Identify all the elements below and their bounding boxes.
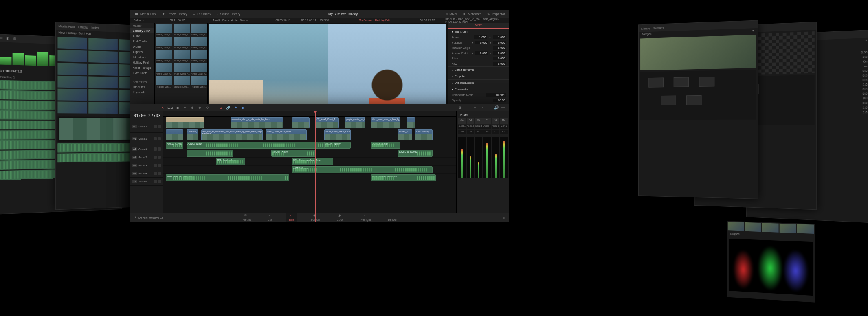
inspector-section-dynamic-zoom[interactable]: Dynamic Zoom (448, 80, 509, 86)
dynamic-trim-tool[interactable]: ◐ (175, 105, 180, 110)
bin-item[interactable]: Audio (130, 33, 154, 39)
mixer-channel-tab[interactable]: A1 (458, 118, 466, 124)
zoom-y-input[interactable]: 1.000 (493, 35, 506, 39)
media-clip[interactable]: Redflock_Land... (191, 76, 207, 88)
timeline-clip[interactable]: A00106_01.mov (324, 142, 351, 149)
bin-item[interactable]: Yacht Footage (130, 65, 154, 70)
timeline-clip[interactable]: A00103_01.mov (187, 142, 345, 149)
track-mute[interactable] (154, 180, 157, 183)
replace-tool[interactable]: ⟲ (204, 105, 209, 110)
insert-tool[interactable]: ⊕ (190, 105, 195, 110)
mixer-channel-tab[interactable]: M1 (500, 118, 508, 124)
track-mute[interactable] (154, 156, 157, 159)
link-toggle[interactable]: 🔗 (226, 105, 231, 110)
timeline-clip[interactable]: mountains_along_a_lake_aerial_by_Romo... (231, 117, 283, 128)
marker-button[interactable]: ◆ (240, 105, 245, 110)
zoom-slider[interactable]: ━ (472, 105, 477, 110)
timeline-clip[interactable] (407, 117, 415, 128)
page-media[interactable]: ⊞Media (240, 213, 254, 222)
pitch-input[interactable]: 0.000 (493, 57, 506, 60)
timeline-tracks[interactable]: mountains_along_a_lake_aerial_by_Romo...… (163, 111, 456, 222)
flag-button[interactable]: ⚑ (233, 105, 238, 110)
inspector-section-smart-reframe[interactable]: Smart Reframe (448, 67, 509, 73)
track-enable[interactable] (158, 125, 161, 128)
tab-inspector[interactable]: ✎Inspector (487, 12, 505, 16)
track-solo[interactable] (158, 156, 161, 159)
zoom-out-button[interactable]: − (465, 105, 470, 110)
media-clip[interactable]: Amalfi_Coast_A... (174, 37, 190, 49)
bin-item[interactable]: Extra Shots (130, 70, 154, 76)
rotation-input[interactable]: 0.000 (493, 46, 506, 50)
timeline-clip[interactable]: AA0113_01.mov (292, 166, 433, 173)
track-mute[interactable] (154, 147, 157, 151)
audio-track-header[interactable]: A2Audio 2 (130, 153, 163, 161)
dim-toggle[interactable]: ━━ (501, 105, 506, 110)
bin-item[interactable]: End Credits (130, 39, 154, 44)
page-color[interactable]: ◑Color (334, 213, 347, 222)
blade-tool[interactable]: ✂ (182, 105, 187, 110)
timeline-ruler[interactable] (163, 111, 456, 117)
media-clip[interactable]: Redflock_Land... (174, 76, 190, 88)
insp-tab-video[interactable]: Video (448, 23, 509, 29)
timeline-clip[interactable]: A00102_01.mov (166, 142, 183, 149)
smart-bin-item[interactable]: Keywords (130, 90, 154, 95)
mixer-channel-tab[interactable]: A3 (475, 118, 483, 124)
page-cut[interactable]: ✂Cut (264, 213, 275, 222)
media-clip[interactable]: Amalfi_Coast_A... (191, 63, 207, 75)
track-mute[interactable] (154, 172, 157, 175)
audio-track-header[interactable]: A3Audio 3 (130, 161, 163, 169)
timeline-clip[interactable]: Music Score for Trailer.mov (166, 174, 289, 181)
timeline-clip[interactable] (187, 150, 233, 157)
timeline-clip[interactable]: Music Score for Trailer.mov (371, 174, 435, 181)
inspector-section-composite[interactable]: Composite (448, 86, 509, 92)
timeline-clip[interactable]: thick_forest_along_a_lake_by_the_mountai… (371, 117, 400, 128)
mixer-channel-tab[interactable]: A5 (492, 118, 499, 124)
page-deliver[interactable]: ↗Deliver (385, 213, 400, 222)
media-clip[interactable]: Amalfi_Coast_A... (156, 63, 172, 75)
zoom-x-input[interactable]: 1.000 (474, 35, 487, 39)
composite-mode-select[interactable]: Normal (486, 93, 506, 97)
bin-item[interactable]: Interviews (130, 55, 154, 60)
timeline-clip[interactable]: Amalfi_Coast_Aerial_9.mov (266, 129, 307, 140)
timeline-view-options[interactable]: ⊞ (458, 105, 463, 110)
track-mute[interactable] (154, 164, 157, 167)
media-clip[interactable]: Amalfi_Coast_A... (174, 63, 190, 75)
audio-track-header[interactable]: A1Audio 1 (130, 145, 163, 153)
media-clip[interactable]: Amalfi_Coast_A... (156, 24, 172, 36)
timeline-clip[interactable]: SFX - Distant people pt 02.wav (292, 158, 333, 165)
timeline-clip[interactable]: SOUND FX.mov (271, 150, 315, 157)
yaw-input[interactable]: 0.000 (493, 62, 506, 66)
track-lock[interactable] (154, 125, 157, 128)
media-clip[interactable]: Amalfi_Coast_A... (156, 37, 172, 49)
track-solo[interactable] (158, 172, 161, 175)
selection-tool[interactable]: ↖ (160, 105, 165, 110)
smart-bin-item[interactable]: Timelines (130, 84, 154, 90)
timeline-clip[interactable]: woman_at... (398, 129, 412, 140)
track-enable[interactable] (158, 137, 161, 140)
track-lock[interactable] (154, 137, 157, 140)
audio-track-header[interactable]: A5Audio 5 (130, 178, 163, 186)
timeline-timecode[interactable]: 01:00:27:03 (130, 111, 163, 121)
tab-effects-library[interactable]: ✦Effects Library (162, 12, 187, 16)
mixer-channel-tab[interactable]: A2 (467, 118, 475, 124)
timeline-clip[interactable]: Amalfi_Coast_Aerial_8.mov (324, 129, 351, 140)
bin-item[interactable]: Airports (130, 49, 154, 55)
track-solo[interactable] (158, 147, 161, 151)
media-clip[interactable]: Amalfi_Coast_A... (191, 50, 207, 62)
tab-media-pool[interactable]: Media Pool (134, 12, 156, 16)
inspector-section-cropping[interactable]: Cropping (448, 73, 509, 79)
tab-edit-index[interactable]: ≡Edit Index (193, 12, 211, 16)
timeline-clip[interactable]: SFX - Overhead.wav (216, 158, 245, 165)
video-track-header[interactable]: V1Video 1 (130, 133, 163, 145)
mute-toggle[interactable]: 🔊 (494, 105, 499, 110)
anchor-y-input[interactable]: 0.000 (493, 51, 506, 55)
track-solo[interactable] (158, 180, 161, 183)
opacity-input[interactable]: 100.00 (493, 99, 506, 102)
home-button[interactable]: ⌂ (503, 216, 505, 219)
timeline-clip[interactable]: lake_next_to_mountains_and_snow_aerial_b… (201, 129, 263, 140)
timeline-clip[interactable]: SOUND 03_FX.mov (398, 150, 433, 157)
media-clip[interactable]: Amalfi_Coast_A... (156, 50, 172, 62)
timeline-clip[interactable]: AM0113_01.mov (371, 142, 400, 149)
pos-y-input[interactable]: 0.000 (493, 41, 506, 44)
transform-section-header[interactable]: Transform (448, 29, 509, 35)
